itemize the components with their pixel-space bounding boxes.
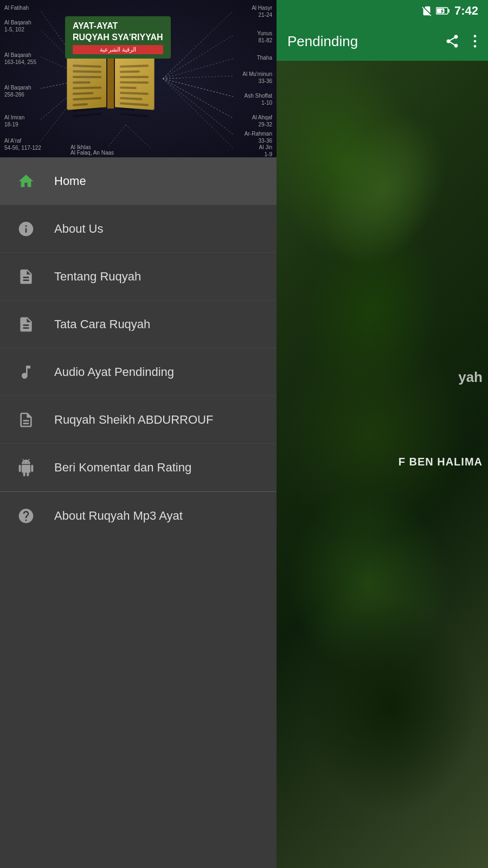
svg-line-16 <box>163 76 233 79</box>
menu-label-ruqyah-sheikh: Ruqyah Sheikh ABDURROUF <box>54 413 213 427</box>
bg-overlay-text-1: yah <box>458 369 483 386</box>
surah-label-fatihah: Al Fatihah <box>4 4 29 11</box>
menu-item-about-ruqyah[interactable]: About Ruqyah Mp3 Ayat <box>0 492 277 540</box>
surah-label-baqarah-3: Al Baqarah258-286 <box>4 84 31 98</box>
svg-line-21 <box>108 125 126 146</box>
help-icon <box>13 503 39 529</box>
svg-point-0 <box>474 35 477 37</box>
no-sim-icon <box>421 5 433 17</box>
svg-line-18 <box>163 79 233 118</box>
menu-label-about-us: About Us <box>54 222 104 236</box>
menu-item-audio-ayat[interactable]: Audio Ayat Pendinding <box>0 348 277 396</box>
title-text-2: RUQYAH SYA'RIYYAH <box>73 32 163 43</box>
svg-line-20 <box>163 79 233 148</box>
surah-label-thaha: Thaha <box>257 54 272 61</box>
svg-point-1 <box>474 40 477 43</box>
android-icon <box>13 455 39 481</box>
svg-line-22 <box>126 125 152 149</box>
menu-label-about-ruqyah: About Ruqyah Mp3 Ayat <box>54 509 183 523</box>
document-icon-1 <box>13 264 39 290</box>
music-icon <box>13 359 39 385</box>
menu-item-tentang-ruqyah[interactable]: Tentang Ruqyah <box>0 253 277 301</box>
menu-item-home[interactable]: Home <box>0 157 277 205</box>
more-options-icon[interactable] <box>473 34 477 49</box>
svg-point-2 <box>474 45 477 48</box>
surah-label-falaq: Al Falaq, An Naas <box>70 149 114 156</box>
drawer-header: AYAT-AYAT RUQYAH SYA'RIYYAH الرقية الشرع… <box>0 0 277 157</box>
surah-label-araf: Al A'raf54-56, 117-122 <box>4 137 41 151</box>
menu-label-tata-cara-ruqyah: Tata Cara Ruqyah <box>54 317 150 331</box>
surah-label-shoffat: Ash Shoffat1-10 <box>244 92 272 106</box>
surah-label-rahman: Ar-Rahman33-36 <box>245 130 272 144</box>
surah-label-baqarah-2: Al Baqarah163-164, 255 <box>4 52 36 66</box>
svg-line-17 <box>163 79 233 97</box>
bg-overlay-text-2: F BEN HALIMA <box>399 456 483 468</box>
svg-line-15 <box>163 59 233 79</box>
surah-label-imran: Al Imran18-19 <box>4 114 24 128</box>
surah-label-muminun: Al Mu'minun33-36 <box>242 71 272 85</box>
surah-label-hasyr: Al Hasyr21-24 <box>252 4 272 18</box>
status-icons <box>421 5 450 17</box>
battery-icon <box>436 5 450 17</box>
navigation-drawer: AYAT-AYAT RUQYAH SYA'RIYYAH الرقية الشرع… <box>0 0 277 868</box>
surah-label-baqarah-1: Al Baqarah1-5, 102 <box>4 19 31 33</box>
document-icon-2 <box>13 311 39 337</box>
share-icon[interactable] <box>445 34 460 49</box>
surah-label-jin: Al Jin1-9 <box>259 144 272 157</box>
menu-label-tentang-ruqyah: Tentang Ruqyah <box>54 270 141 284</box>
menu-label-audio-ayat: Audio Ayat Pendinding <box>54 365 174 379</box>
home-icon <box>13 168 39 194</box>
menu-item-tata-cara-ruqyah[interactable]: Tata Cara Ruqyah <box>0 301 277 348</box>
svg-line-13 <box>163 11 233 79</box>
title-text-1: AYAT-AYAT <box>73 21 163 32</box>
menu-label-beri-komentar: Beri Komentar dan Rating <box>54 461 191 475</box>
background-content: yah F BEN HALIMA <box>277 0 488 868</box>
app-bar: Pendinding <box>277 22 488 61</box>
title-arabic: الرقية الشرعية <box>73 45 163 54</box>
app-bar-title: Pendinding <box>277 33 432 50</box>
surah-label-yunus: Yunus81-82 <box>257 30 272 44</box>
menu-item-ruqyah-sheikh[interactable]: Ruqyah Sheikh ABDURROUF <box>0 396 277 444</box>
menu-label-home: Home <box>54 174 86 188</box>
surah-label-ahqaf: Al Ahqaf29-32 <box>252 114 272 128</box>
status-time: 7:42 <box>454 4 478 18</box>
svg-line-14 <box>163 35 233 79</box>
document-list-icon <box>13 407 39 433</box>
info-icon <box>13 216 39 242</box>
title-banner: AYAT-AYAT RUQYAH SYA'RIYYAH الرقية الشرع… <box>65 16 171 59</box>
svg-rect-4 <box>448 9 450 12</box>
svg-line-19 <box>163 79 233 135</box>
menu-item-about-us[interactable]: About Us <box>0 205 277 253</box>
menu-item-beri-komentar[interactable]: Beri Komentar dan Rating <box>0 444 277 492</box>
status-bar: 7:42 <box>277 0 488 22</box>
